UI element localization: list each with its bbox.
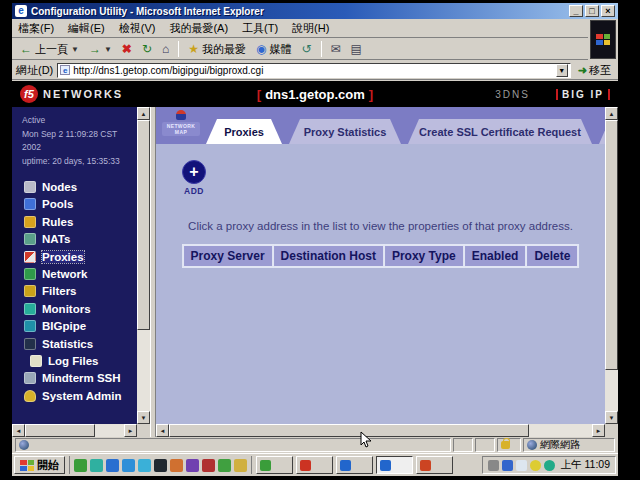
close-button[interactable]: × [601,5,615,17]
sidebar-item-bigpipe[interactable]: BIGpipe [24,318,137,335]
network-map-button[interactable]: NETWORK MAP [162,110,200,141]
tray-icon[interactable] [488,460,499,471]
go-button[interactable]: ➜ 移至 [575,63,614,78]
sidebar-item-pools[interactable]: Pools [24,196,137,213]
status-bar: 網際網路 [12,437,618,453]
quick-launch-icon[interactable] [186,459,199,472]
scroll-up-icon[interactable]: ▲ [605,107,618,120]
scrollbar-thumb[interactable] [169,424,529,437]
favorites-button[interactable]: ★ 我的最愛 [184,41,250,58]
tab-create-ssl-certificate-request[interactable]: Create SSL Certificate Request [408,119,592,144]
menu-view[interactable]: 檢視(V) [119,21,156,36]
tab-proxy-statistics[interactable]: Proxy Statistics [289,119,401,144]
menu-file[interactable]: 檔案(F) [18,21,54,36]
address-dropdown-icon[interactable]: ▼ [556,64,568,77]
page-icon: e [60,65,70,75]
windows-flag-icon [20,460,34,471]
mail-button[interactable]: ✉ [327,42,345,56]
sidebar-item-rules[interactable]: Rules [24,213,137,230]
tray-icon[interactable] [502,460,513,471]
home-button[interactable]: ⌂ [158,42,173,56]
tray-icon[interactable] [530,460,541,471]
link-3dns[interactable]: 3DNS [495,89,530,100]
forward-button[interactable]: → ▼ [85,42,116,56]
media-button[interactable]: ◉ 媒體 [252,41,295,58]
task-button-active[interactable] [376,456,413,474]
system-admin-icon [24,390,36,402]
f5-brand-header: f5 NETWORKS [dns1.getop.com] 3DNS BIG IP [12,81,618,107]
sidebar-item-filters[interactable]: Filters [24,283,137,300]
sidebar-item-proxies[interactable]: Proxies [24,248,137,265]
quick-launch-icon[interactable] [106,459,119,472]
tray-icon[interactable] [544,460,555,471]
tab-strip: NETWORK MAP Proxies Proxy Statistics Cre… [156,107,605,144]
quick-launch-icon[interactable] [170,459,183,472]
internet-zone: 網際網路 [523,438,615,452]
back-dropdown-icon[interactable]: ▼ [71,45,79,54]
main-vertical-scrollbar[interactable]: ▲ ▼ [605,107,618,424]
scroll-up-icon[interactable]: ▲ [137,107,150,120]
scrollbar-corner [137,424,150,437]
back-button[interactable]: ← 上一頁 ▼ [16,41,83,58]
tab-proxies[interactable]: Proxies [206,119,282,144]
forward-dropdown-icon[interactable]: ▼ [104,45,112,54]
task-button[interactable] [416,456,453,474]
menu-edit[interactable]: 編輯(E) [68,21,105,36]
scroll-right-icon[interactable]: ► [124,424,137,437]
scrollbar-thumb[interactable] [137,120,150,330]
scrollbar-thumb[interactable] [25,424,95,437]
quick-launch-icon[interactable] [138,459,151,472]
menu-tools[interactable]: 工具(T) [242,21,278,36]
bracket-right: ] [369,87,373,102]
maximize-button[interactable]: □ [585,5,599,17]
link-bigip[interactable]: BIG IP [556,89,610,100]
address-input[interactable] [73,64,553,77]
tray-icon[interactable] [516,460,527,471]
sidebar-item-nats[interactable]: NATs [24,231,137,248]
rules-icon [24,216,36,228]
stop-button[interactable]: ✖ [118,42,136,56]
sidebar-item-mindterm-ssh[interactable]: Mindterm SSH [24,370,137,387]
print-button[interactable]: ▤ [347,42,366,56]
scroll-down-icon[interactable]: ▼ [605,411,618,424]
task-button[interactable] [336,456,373,474]
quick-launch-icon[interactable] [154,459,167,472]
add-proxy-button[interactable]: + ADD [178,160,210,196]
quick-launch-icon[interactable] [202,459,215,472]
quick-launch-icon[interactable] [218,459,231,472]
quick-launch-icon[interactable] [122,459,135,472]
sidebar-item-nodes[interactable]: Nodes [24,178,137,195]
col-delete: Delete [526,245,578,267]
sidebar-item-statistics[interactable]: Statistics [24,335,137,352]
task-button[interactable] [256,456,293,474]
sidebar-vertical-scrollbar[interactable]: ▲ ▼ [137,107,150,424]
task-button[interactable] [296,456,333,474]
scroll-down-icon[interactable]: ▼ [137,411,150,424]
quick-launch-icon[interactable] [234,459,247,472]
stop-icon: ✖ [122,43,132,55]
frames-region: Active Mon Sep 2 11:09:28 CST 2002 uptim… [12,107,618,437]
history-button[interactable]: ↺ [297,42,315,56]
scroll-right-icon[interactable]: ► [592,424,605,437]
menu-favorites[interactable]: 我的最愛(A) [169,21,228,36]
sidebar-item-log-files[interactable]: Log Files [24,352,137,369]
sidebar-horizontal-scrollbar[interactable]: ◄ ► [12,424,137,437]
sidebar-item-monitors[interactable]: Monitors [24,300,137,317]
history-icon: ↺ [301,43,311,55]
start-button[interactable]: 開始 [14,456,65,474]
menu-help[interactable]: 說明(H) [292,21,329,36]
quick-launch-icon[interactable] [74,459,87,472]
minimize-button[interactable]: _ [569,5,583,17]
scroll-left-icon[interactable]: ◄ [156,424,169,437]
windows-flag-icon [596,34,610,45]
task-icon [340,460,351,471]
network-map-icon [176,110,186,120]
address-bar: 網址(D) e ▼ ➜ 移至 [12,61,618,80]
refresh-button[interactable]: ↻ [138,42,156,56]
scroll-left-icon[interactable]: ◄ [12,424,25,437]
quick-launch-icon[interactable] [90,459,103,472]
sidebar-item-network[interactable]: Network [24,265,137,282]
main-horizontal-scrollbar[interactable]: ◄ ► [156,424,605,437]
scrollbar-thumb[interactable] [605,120,618,370]
sidebar-item-system-admin[interactable]: System Admin [24,387,137,404]
